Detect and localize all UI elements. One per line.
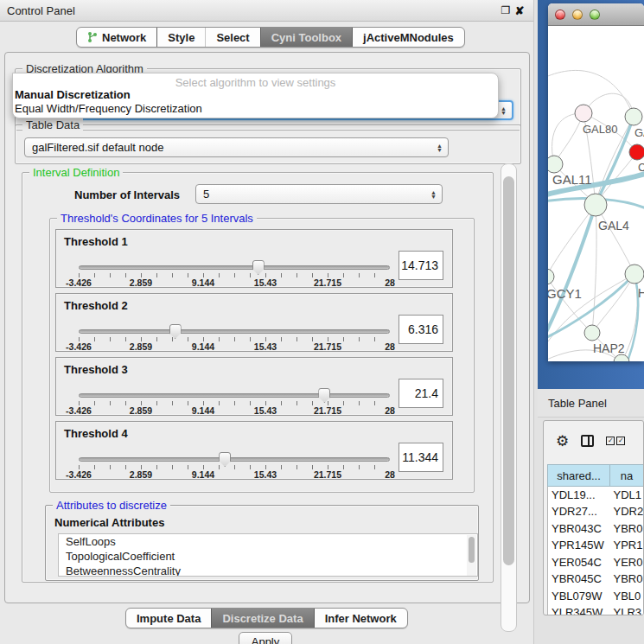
top-tab-bar: Network Style Select Cyni Toolbox jActiv… [76,27,465,48]
tab-style[interactable]: Style [157,28,206,47]
tab-jactivemnodules[interactable]: jActiveMNodules [353,28,464,47]
node-bottom[interactable] [614,354,629,361]
table-panel-title: Table Panel [548,397,607,410]
threshold-4-panel: Threshold 4 -3.426 2.859 9.144 15.43 21.… [55,421,453,480]
attributes-list-scrollbar[interactable] [467,535,476,577]
table-data-combobox[interactable]: galFiltered.sif default node ▲▼ [24,137,449,157]
threshold-3-value[interactable]: 21.4 [399,379,443,408]
node-label: C [638,161,644,174]
tab-impute-data[interactable]: Impute Data [126,609,212,628]
node-h[interactable] [625,265,644,284]
num-intervals-label: Number of Intervals [74,188,180,201]
slider-track[interactable] [79,393,390,398]
threshold-4-slider[interactable]: -3.426 2.859 9.144 15.43 21.715 28 [79,453,390,475]
popup-hint: Select algorithm to view settings [13,73,498,88]
algorithm-dropdown-popup: Select algorithm to view settings Manual… [12,73,499,118]
threshold-3-slider[interactable]: -3.426 2.859 9.144 15.43 21.715 28 [79,389,390,411]
control-panel-window: Control Panel ❐ ✘ Network Style Select C… [0,0,534,644]
table-cell[interactable]: YPR145W [548,537,610,554]
gear-icon[interactable]: ⚙ [556,432,569,450]
apply-button[interactable]: Apply [239,632,292,644]
table-row[interactable]: YBL079WYBL0 [548,588,644,605]
list-item[interactable]: BetweennessCentrality [59,564,477,577]
threshold-2-slider[interactable]: -3.426 2.859 9.144 15.43 21.715 28 [79,325,390,348]
threshold-2-value[interactable]: 6.316 [399,315,443,344]
node-attribute-table: shared... na YDL19...YDL1YDR27...YDR2YBR… [547,464,644,615]
table-cell[interactable]: YBR0 [610,520,644,538]
combo-arrows-icon: ▲▼ [430,190,438,199]
table-cell[interactable]: YBR0 [610,571,644,588]
mac-zoom-icon[interactable] [590,10,600,20]
node-gcy1[interactable] [548,269,554,284]
table-header-row: shared... na [548,465,644,487]
table-row[interactable]: YPR145WYPR1 [548,537,644,554]
node-selected-red[interactable] [629,144,644,160]
threshold-1-value[interactable]: 14.713 [399,251,443,280]
control-panel-titlebar: Control Panel ❐ ✘ [0,0,533,22]
node-hap2[interactable] [584,325,600,341]
mac-close-icon[interactable] [555,10,565,20]
float-window-icon[interactable]: ❐ [499,4,513,16]
network-icon [87,31,98,43]
table-row[interactable]: YDL19...YDL1 [548,487,644,504]
slider-track[interactable] [79,265,390,270]
table-cell[interactable]: YBL0 [610,588,644,605]
panel-title: Control Panel [7,4,499,17]
tab-discretize-data[interactable]: Discretize Data [212,609,314,628]
node-label: H [638,286,644,300]
numerical-attributes-label: Numerical Attributes [54,516,164,529]
table-cell[interactable]: YBL079W [548,588,610,605]
table-cell[interactable]: YDL1 [610,487,644,504]
network-canvas[interactable]: GAL80 GA C GAL11 GAL4 GCY1 H HAP2 [548,26,644,361]
node-gal11[interactable] [548,156,563,173]
node-label: GAL11 [552,172,592,187]
node-label: GAL4 [598,219,629,233]
split-columns-icon[interactable] [581,435,594,447]
table-cell[interactable]: YLR345W [548,604,610,615]
threshold-4-value[interactable]: 11.344 [399,443,443,472]
list-item[interactable]: SelfLoops [59,534,477,549]
popup-option-equal-width[interactable]: Equal Width/Frequency Discretization [13,102,498,116]
mac-minimize-icon[interactable] [572,10,583,20]
slider-track[interactable] [79,457,390,462]
node-ga[interactable] [625,108,642,125]
select-columns-icons[interactable]: ✓ ✓ [606,437,625,445]
close-icon[interactable]: ✘ [513,4,526,17]
thresholds-group: Threshold's Coordinates for 5 Intervals … [49,218,475,493]
attributes-group: Attributes to discretize Numerical Attri… [45,505,479,581]
main-vertical-scrollbar[interactable] [501,163,517,632]
table-cell[interactable]: YDL19... [548,487,610,504]
column-header-shared[interactable]: shared... [548,465,610,487]
tab-cyni-toolbox[interactable]: Cyni Toolbox [261,28,353,47]
table-cell[interactable]: YER054C [548,554,610,571]
popup-option-manual[interactable]: Manual Discretization [13,88,498,102]
table-cell[interactable]: YBR045C [548,571,610,588]
node-label: GA [634,126,644,139]
table-row[interactable]: YBR045CYBR0 [548,571,644,588]
table-row[interactable]: YDR27...YDR2 [548,503,644,520]
table-cell[interactable]: YLR3 [610,604,644,615]
table-row[interactable]: YER054CYER0 [548,554,644,571]
table-cell[interactable]: YDR2 [610,503,644,520]
node-gal4[interactable] [584,194,607,216]
checkbox-icon: ✓ [606,437,615,445]
node-gal80[interactable] [575,105,592,122]
tab-select[interactable]: Select [206,28,260,47]
num-intervals-combobox[interactable]: 5 ▲▼ [195,184,443,204]
table-row[interactable]: YBR043CYBR0 [548,520,644,538]
table-cell[interactable]: YBR043C [548,520,610,538]
tab-infer-network[interactable]: Infer Network [315,609,407,628]
combo-arrows-icon: ▲▼ [501,106,508,115]
scrollbar-thumb[interactable] [503,176,514,565]
column-header-name[interactable]: na [610,465,644,487]
table-cell[interactable]: YPR1 [610,537,644,554]
threshold-1-slider[interactable]: -3.426 2.859 9.144 15.43 21.715 28 [79,261,390,284]
tab-network-label: Network [102,31,146,44]
table-cell[interactable]: YDR27... [548,503,610,520]
list-item[interactable]: TopologicalCoefficient [59,549,477,564]
table-row[interactable]: YLR345WYLR3 [548,604,644,615]
threshold-1-panel: Threshold 1 -3.426 2.859 9.144 15.43 21.… [55,229,453,288]
slider-track[interactable] [79,329,390,334]
tab-network[interactable]: Network [77,28,157,47]
table-cell[interactable]: YER0 [610,554,644,571]
